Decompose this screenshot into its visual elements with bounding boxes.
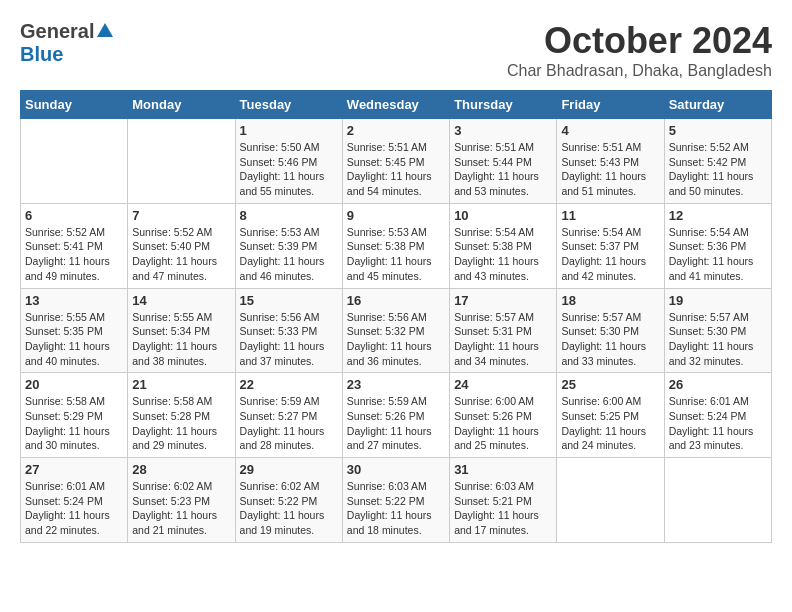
day-info: Sunrise: 5:58 AM Sunset: 5:29 PM Dayligh… bbox=[25, 394, 123, 453]
calendar-cell: 9Sunrise: 5:53 AM Sunset: 5:38 PM Daylig… bbox=[342, 203, 449, 288]
header-cell-monday: Monday bbox=[128, 91, 235, 119]
day-info: Sunrise: 5:57 AM Sunset: 5:30 PM Dayligh… bbox=[669, 310, 767, 369]
day-number: 30 bbox=[347, 462, 445, 477]
week-row-4: 20Sunrise: 5:58 AM Sunset: 5:29 PM Dayli… bbox=[21, 373, 772, 458]
logo: General Blue bbox=[20, 20, 114, 66]
day-info: Sunrise: 6:03 AM Sunset: 5:22 PM Dayligh… bbox=[347, 479, 445, 538]
calendar-cell: 30Sunrise: 6:03 AM Sunset: 5:22 PM Dayli… bbox=[342, 458, 449, 543]
header-cell-thursday: Thursday bbox=[450, 91, 557, 119]
calendar-cell: 3Sunrise: 5:51 AM Sunset: 5:44 PM Daylig… bbox=[450, 119, 557, 204]
calendar-cell: 20Sunrise: 5:58 AM Sunset: 5:29 PM Dayli… bbox=[21, 373, 128, 458]
calendar-cell bbox=[128, 119, 235, 204]
calendar-cell: 31Sunrise: 6:03 AM Sunset: 5:21 PM Dayli… bbox=[450, 458, 557, 543]
day-info: Sunrise: 5:55 AM Sunset: 5:34 PM Dayligh… bbox=[132, 310, 230, 369]
calendar-cell: 16Sunrise: 5:56 AM Sunset: 5:32 PM Dayli… bbox=[342, 288, 449, 373]
day-info: Sunrise: 6:03 AM Sunset: 5:21 PM Dayligh… bbox=[454, 479, 552, 538]
day-number: 4 bbox=[561, 123, 659, 138]
day-number: 2 bbox=[347, 123, 445, 138]
logo-general: General bbox=[20, 20, 94, 43]
header-row: SundayMondayTuesdayWednesdayThursdayFrid… bbox=[21, 91, 772, 119]
logo-blue: Blue bbox=[20, 43, 63, 65]
day-number: 23 bbox=[347, 377, 445, 392]
calendar-cell: 1Sunrise: 5:50 AM Sunset: 5:46 PM Daylig… bbox=[235, 119, 342, 204]
day-number: 12 bbox=[669, 208, 767, 223]
day-number: 20 bbox=[25, 377, 123, 392]
day-number: 16 bbox=[347, 293, 445, 308]
day-number: 14 bbox=[132, 293, 230, 308]
calendar-cell: 21Sunrise: 5:58 AM Sunset: 5:28 PM Dayli… bbox=[128, 373, 235, 458]
day-info: Sunrise: 5:57 AM Sunset: 5:30 PM Dayligh… bbox=[561, 310, 659, 369]
day-number: 22 bbox=[240, 377, 338, 392]
calendar-cell: 6Sunrise: 5:52 AM Sunset: 5:41 PM Daylig… bbox=[21, 203, 128, 288]
calendar-cell: 18Sunrise: 5:57 AM Sunset: 5:30 PM Dayli… bbox=[557, 288, 664, 373]
week-row-1: 1Sunrise: 5:50 AM Sunset: 5:46 PM Daylig… bbox=[21, 119, 772, 204]
day-info: Sunrise: 5:55 AM Sunset: 5:35 PM Dayligh… bbox=[25, 310, 123, 369]
calendar-cell: 8Sunrise: 5:53 AM Sunset: 5:39 PM Daylig… bbox=[235, 203, 342, 288]
day-number: 13 bbox=[25, 293, 123, 308]
day-info: Sunrise: 6:00 AM Sunset: 5:25 PM Dayligh… bbox=[561, 394, 659, 453]
calendar-cell: 4Sunrise: 5:51 AM Sunset: 5:43 PM Daylig… bbox=[557, 119, 664, 204]
day-number: 1 bbox=[240, 123, 338, 138]
day-number: 18 bbox=[561, 293, 659, 308]
day-info: Sunrise: 5:58 AM Sunset: 5:28 PM Dayligh… bbox=[132, 394, 230, 453]
day-info: Sunrise: 5:52 AM Sunset: 5:42 PM Dayligh… bbox=[669, 140, 767, 199]
day-number: 19 bbox=[669, 293, 767, 308]
svg-marker-0 bbox=[97, 23, 113, 37]
day-info: Sunrise: 5:50 AM Sunset: 5:46 PM Dayligh… bbox=[240, 140, 338, 199]
calendar-cell: 15Sunrise: 5:56 AM Sunset: 5:33 PM Dayli… bbox=[235, 288, 342, 373]
day-info: Sunrise: 6:01 AM Sunset: 5:24 PM Dayligh… bbox=[669, 394, 767, 453]
calendar-cell: 27Sunrise: 6:01 AM Sunset: 5:24 PM Dayli… bbox=[21, 458, 128, 543]
day-info: Sunrise: 6:02 AM Sunset: 5:23 PM Dayligh… bbox=[132, 479, 230, 538]
header-cell-friday: Friday bbox=[557, 91, 664, 119]
day-number: 26 bbox=[669, 377, 767, 392]
day-number: 28 bbox=[132, 462, 230, 477]
day-number: 25 bbox=[561, 377, 659, 392]
calendar-header: SundayMondayTuesdayWednesdayThursdayFrid… bbox=[21, 91, 772, 119]
day-info: Sunrise: 5:52 AM Sunset: 5:40 PM Dayligh… bbox=[132, 225, 230, 284]
day-number: 5 bbox=[669, 123, 767, 138]
week-row-2: 6Sunrise: 5:52 AM Sunset: 5:41 PM Daylig… bbox=[21, 203, 772, 288]
calendar-cell: 24Sunrise: 6:00 AM Sunset: 5:26 PM Dayli… bbox=[450, 373, 557, 458]
logo-triangle-icon bbox=[96, 21, 114, 39]
calendar-cell: 19Sunrise: 5:57 AM Sunset: 5:30 PM Dayli… bbox=[664, 288, 771, 373]
day-info: Sunrise: 5:59 AM Sunset: 5:27 PM Dayligh… bbox=[240, 394, 338, 453]
calendar-cell bbox=[557, 458, 664, 543]
day-info: Sunrise: 5:52 AM Sunset: 5:41 PM Dayligh… bbox=[25, 225, 123, 284]
day-info: Sunrise: 6:01 AM Sunset: 5:24 PM Dayligh… bbox=[25, 479, 123, 538]
calendar-cell bbox=[21, 119, 128, 204]
header-cell-tuesday: Tuesday bbox=[235, 91, 342, 119]
day-info: Sunrise: 5:51 AM Sunset: 5:44 PM Dayligh… bbox=[454, 140, 552, 199]
calendar-cell: 11Sunrise: 5:54 AM Sunset: 5:37 PM Dayli… bbox=[557, 203, 664, 288]
title-block: October 2024 Char Bhadrasan, Dhaka, Bang… bbox=[507, 20, 772, 80]
calendar-table: SundayMondayTuesdayWednesdayThursdayFrid… bbox=[20, 90, 772, 543]
calendar-cell: 10Sunrise: 5:54 AM Sunset: 5:38 PM Dayli… bbox=[450, 203, 557, 288]
calendar-cell: 14Sunrise: 5:55 AM Sunset: 5:34 PM Dayli… bbox=[128, 288, 235, 373]
calendar-cell: 12Sunrise: 5:54 AM Sunset: 5:36 PM Dayli… bbox=[664, 203, 771, 288]
day-info: Sunrise: 5:51 AM Sunset: 5:43 PM Dayligh… bbox=[561, 140, 659, 199]
location-title: Char Bhadrasan, Dhaka, Bangladesh bbox=[507, 62, 772, 80]
header-cell-saturday: Saturday bbox=[664, 91, 771, 119]
calendar-cell: 17Sunrise: 5:57 AM Sunset: 5:31 PM Dayli… bbox=[450, 288, 557, 373]
day-info: Sunrise: 6:00 AM Sunset: 5:26 PM Dayligh… bbox=[454, 394, 552, 453]
day-number: 31 bbox=[454, 462, 552, 477]
page-header: General Blue October 2024 Char Bhadrasan… bbox=[20, 20, 772, 80]
day-info: Sunrise: 6:02 AM Sunset: 5:22 PM Dayligh… bbox=[240, 479, 338, 538]
day-number: 24 bbox=[454, 377, 552, 392]
day-number: 15 bbox=[240, 293, 338, 308]
day-info: Sunrise: 5:54 AM Sunset: 5:38 PM Dayligh… bbox=[454, 225, 552, 284]
day-number: 9 bbox=[347, 208, 445, 223]
calendar-cell: 13Sunrise: 5:55 AM Sunset: 5:35 PM Dayli… bbox=[21, 288, 128, 373]
day-number: 27 bbox=[25, 462, 123, 477]
day-number: 6 bbox=[25, 208, 123, 223]
calendar-cell: 23Sunrise: 5:59 AM Sunset: 5:26 PM Dayli… bbox=[342, 373, 449, 458]
day-info: Sunrise: 5:56 AM Sunset: 5:33 PM Dayligh… bbox=[240, 310, 338, 369]
calendar-cell: 26Sunrise: 6:01 AM Sunset: 5:24 PM Dayli… bbox=[664, 373, 771, 458]
week-row-5: 27Sunrise: 6:01 AM Sunset: 5:24 PM Dayli… bbox=[21, 458, 772, 543]
day-number: 3 bbox=[454, 123, 552, 138]
calendar-body: 1Sunrise: 5:50 AM Sunset: 5:46 PM Daylig… bbox=[21, 119, 772, 543]
day-number: 10 bbox=[454, 208, 552, 223]
day-number: 21 bbox=[132, 377, 230, 392]
day-number: 17 bbox=[454, 293, 552, 308]
day-number: 29 bbox=[240, 462, 338, 477]
header-cell-wednesday: Wednesday bbox=[342, 91, 449, 119]
